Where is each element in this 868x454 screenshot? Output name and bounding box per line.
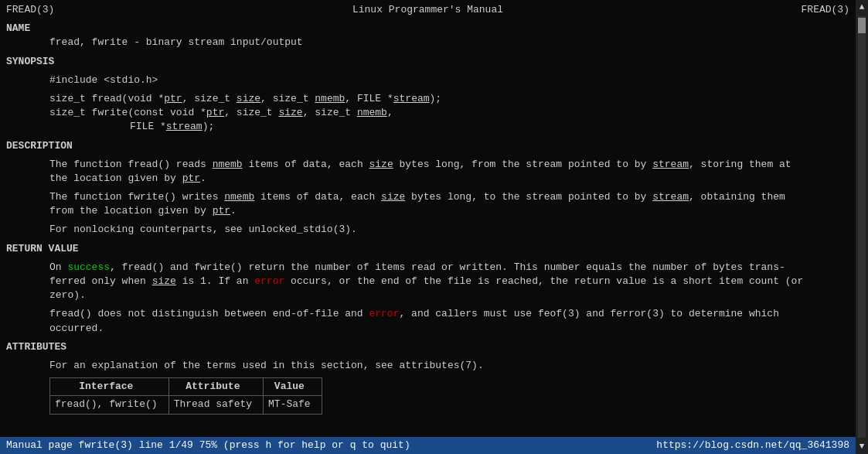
- desc-p2-stream: stream: [652, 191, 689, 203]
- desc-p2-l2-pre: from the location given by: [49, 205, 213, 217]
- desc-para1-line1: The function fread() reads nmemb items o…: [6, 158, 849, 172]
- rv-p1-mid: , fread() and fwrite() return the number…: [110, 261, 785, 273]
- desc-p2-mid3: , obtaining them: [689, 191, 785, 203]
- rv-p1-l2-pre: ferred only when: [49, 275, 152, 287]
- sig1-mid2: , size_t: [260, 93, 315, 104]
- return-label: RETURN VALUE: [6, 242, 849, 256]
- status-bar: Manual page fwrite(3) line 1/49 75% (pre…: [0, 437, 856, 454]
- sig1-ptr: ptr: [164, 93, 182, 104]
- desc-p1-nmemb: nmemb: [213, 159, 243, 170]
- rv-p1-size: size: [152, 275, 176, 287]
- sig1-size: size: [237, 93, 260, 104]
- attributes-intro: For an explanation of the terms used in …: [6, 359, 849, 373]
- desc-p1-ptr: ptr: [182, 172, 200, 184]
- cell-interface: fread(), fwrite(): [50, 396, 169, 414]
- sig1-nmemb: nmemb: [315, 93, 345, 104]
- desc-p3-text: For nonlocking counterparts, see unlocke…: [49, 224, 357, 235]
- cell-value: MT-Safe: [264, 396, 322, 414]
- scroll-down-arrow[interactable]: ▼: [858, 439, 866, 454]
- sig2-close: );: [203, 121, 215, 132]
- table-header-row: Interface Attribute Value: [50, 378, 322, 396]
- desc-p2-pre: The function fwrite() writes: [49, 191, 224, 203]
- desc-p1-end: , storing them at: [689, 159, 791, 170]
- rv-p1-pre: On: [49, 261, 67, 273]
- sig2-end: ,: [387, 107, 393, 118]
- scrollbar-track[interactable]: [858, 16, 866, 437]
- desc-p2-size: size: [381, 191, 405, 203]
- desc-p1-mid2: bytes long, from the stream pointed to b…: [393, 159, 652, 170]
- section-synopsis: SYNOPSIS #include <stdio.h> size_t fread…: [6, 55, 849, 135]
- synopsis-sig1: size_t fread(void *ptr, size_t size, siz…: [6, 92, 849, 106]
- cell-attribute: Thread safety: [168, 396, 263, 414]
- desc-para3: For nonlocking counterparts, see unlocke…: [6, 223, 849, 237]
- rv-p1-l2-mid: is 1. If an: [176, 275, 254, 287]
- header: FREAD(3) Linux Programmer's Manual FREAD…: [6, 3, 849, 17]
- name-content: fread, fwrite - binary stream input/outp…: [6, 36, 849, 49]
- rv-p2-error: error: [369, 308, 399, 319]
- attributes-label: ATTRIBUTES: [6, 340, 849, 354]
- scrollbar-thumb[interactable]: [858, 18, 866, 33]
- desc-p2-mid: items of data, each: [254, 191, 381, 203]
- desc-para2-line1: The function fwrite() writes nmemb items…: [6, 190, 849, 204]
- col-value: Value: [264, 378, 322, 396]
- rv-para1-line2: ferred only when size is 1. If an error …: [6, 275, 849, 288]
- scrollbar[interactable]: ▲ ▼: [856, 0, 868, 454]
- sig2-mid2: , size_t: [303, 107, 357, 118]
- sig2-ptr: ptr: [206, 107, 224, 118]
- terminal: FREAD(3) Linux Programmer's Manual FREAD…: [0, 0, 856, 454]
- status-left: Manual page fwrite(3) line 1/49 75% (pre…: [6, 439, 410, 452]
- desc-p1-stream: stream: [652, 159, 689, 170]
- section-return-value: RETURN VALUE On success, fread() and fwr…: [6, 242, 849, 336]
- sig1-mid1: , size_t: [182, 93, 237, 104]
- synopsis-label: SYNOPSIS: [6, 55, 849, 69]
- desc-para2-line2: from the location given by ptr.: [6, 204, 849, 218]
- description-label: DESCRIPTION: [6, 139, 849, 153]
- desc-p2-l2-end: .: [230, 205, 237, 217]
- rv-para1-line1: On success, fread() and fwrite() return …: [6, 261, 849, 275]
- sig1-end: );: [430, 93, 442, 104]
- rv-p1-l2-end: occurs, or the end of the file is reache…: [284, 275, 803, 287]
- status-right: https://blog.csdn.net/qq_3641398: [656, 439, 849, 452]
- col-interface: Interface: [50, 378, 169, 396]
- desc-p1-mid: items of data, each: [243, 159, 369, 170]
- header-left: FREAD(3): [6, 3, 54, 17]
- synopsis-include: #include <stdio.h>: [6, 73, 849, 87]
- sig1-stream: stream: [393, 93, 430, 104]
- header-center: Linux Programmer's Manual: [352, 3, 503, 17]
- desc-para1-line2: the location given by ptr.: [6, 172, 849, 186]
- sig1-mid3: , FILE *: [345, 93, 393, 104]
- name-label: NAME: [6, 22, 849, 36]
- desc-p1-l2-pre: the location given by: [49, 172, 182, 184]
- desc-p2-nmemb: nmemb: [224, 191, 254, 203]
- desc-p2-ptr: ptr: [213, 205, 230, 217]
- scroll-up-arrow[interactable]: ▲: [858, 0, 866, 15]
- section-name: NAME fread, fwrite - binary stream input…: [6, 22, 849, 49]
- table-row: fread(), fwrite() Thread safety MT-Safe: [50, 396, 322, 414]
- rv-p2-mid: , and callers must use feof(3) and ferro…: [399, 308, 778, 319]
- desc-p1-size: size: [369, 159, 393, 170]
- desc-p2-mid2: bytes long, to the stream pointed to by: [405, 191, 652, 203]
- section-attributes: ATTRIBUTES For an explanation of the ter…: [6, 340, 849, 415]
- rv-p2-l2: occurred.: [49, 323, 104, 334]
- desc-p1-pre: The function fread() reads: [49, 159, 213, 170]
- rv-p2-pre: fread() does not distinguish between end…: [49, 308, 369, 319]
- synopsis-sig2-line2: FILE *stream);: [6, 120, 849, 134]
- sig2-nmemb: nmemb: [357, 107, 387, 118]
- synopsis-sig2: size_t fwrite(const void *ptr, size_t si…: [6, 106, 849, 120]
- desc-p1-l2-end: .: [200, 172, 206, 184]
- include-text: #include <stdio.h>: [49, 74, 158, 86]
- col-attribute: Attribute: [168, 378, 263, 396]
- sig2-stream: stream: [166, 121, 203, 132]
- attributes-table: Interface Attribute Value fread(), fwrit…: [49, 377, 322, 414]
- sig2-pre: size_t fwrite(const void *: [49, 107, 206, 118]
- section-description: DESCRIPTION The function fread() reads n…: [6, 139, 849, 237]
- rv-p1-l3: zero).: [49, 289, 86, 301]
- header-right: FREAD(3): [802, 3, 849, 17]
- sig2-mid1: , size_t: [224, 107, 278, 118]
- rv-para1-line3: zero).: [6, 288, 849, 302]
- rv-para2-line2: occurred.: [6, 322, 849, 336]
- rv-p1-error: error: [254, 275, 284, 287]
- rv-para2-line1: fread() does not distinguish between end…: [6, 307, 849, 321]
- sig1-pre: size_t fread(void *: [49, 93, 164, 104]
- sig2-size: size: [278, 107, 302, 118]
